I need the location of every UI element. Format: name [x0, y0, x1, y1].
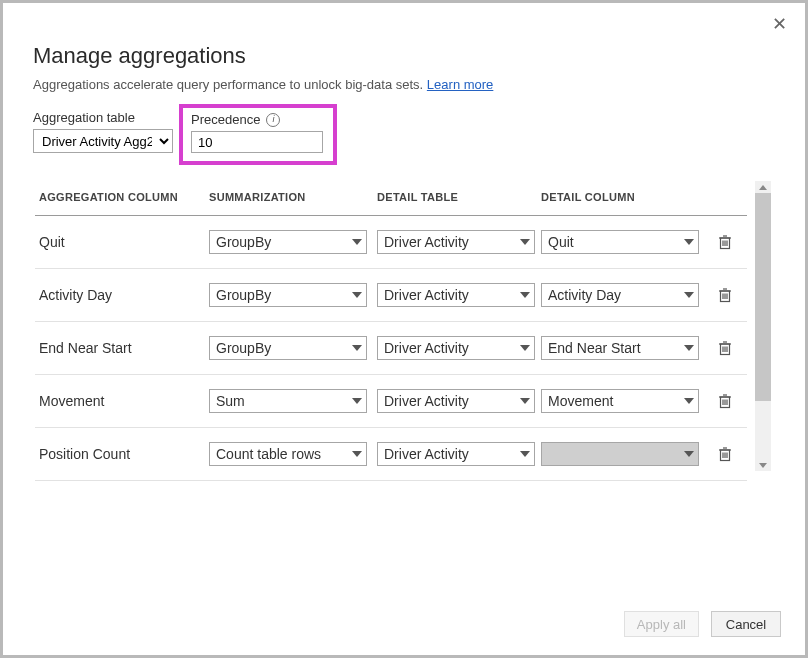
chevron-down-icon — [352, 451, 362, 457]
detail-table-select-value: Driver Activity — [384, 446, 469, 462]
cancel-button[interactable]: Cancel — [711, 611, 781, 637]
top-controls: Aggregation table Driver Activity Agg2 P… — [33, 110, 775, 165]
chevron-down-icon — [684, 239, 694, 245]
detail-table-select[interactable]: Driver Activity — [377, 283, 535, 307]
summarization-select[interactable]: Count table rows — [209, 442, 367, 466]
dialog-content: Manage aggregations Aggregations acceler… — [3, 3, 805, 481]
chevron-down-icon — [684, 398, 694, 404]
detail-column-select[interactable]: End Near Start — [541, 336, 699, 360]
detail-table-select-value: Driver Activity — [384, 393, 469, 409]
grid-header: AGGREGATION COLUMN SUMMARIZATION DETAIL … — [35, 181, 747, 216]
header-detail-table: DETAIL TABLE — [377, 191, 541, 203]
chevron-down-icon — [684, 292, 694, 298]
detail-table-select-value: Driver Activity — [384, 340, 469, 356]
scroll-thumb[interactable] — [755, 193, 771, 401]
delete-row-icon[interactable] — [711, 446, 739, 462]
detail-column-select-value: End Near Start — [548, 340, 641, 356]
summarization-select[interactable]: Sum — [209, 389, 367, 413]
header-summarization: SUMMARIZATION — [209, 191, 377, 203]
precedence-input[interactable] — [191, 131, 323, 153]
aggregation-table-select[interactable]: Driver Activity Agg2 — [33, 129, 173, 153]
subtext-text: Aggregations accelerate query performanc… — [33, 77, 423, 92]
chevron-down-icon — [684, 345, 694, 351]
dialog-frame: ✕ Manage aggregations Aggregations accel… — [0, 0, 808, 658]
detail-column-select-value: Activity Day — [548, 287, 621, 303]
chevron-down-icon — [352, 292, 362, 298]
header-actions — [711, 191, 739, 203]
detail-column-select-value: Quit — [548, 234, 574, 250]
table-row: Position CountCount table rowsDriver Act… — [35, 428, 747, 481]
table-row: End Near StartGroupByDriver ActivityEnd … — [35, 322, 747, 375]
chevron-down-icon — [352, 398, 362, 404]
summarization-select-value: GroupBy — [216, 287, 271, 303]
header-detail-column: DETAIL COLUMN — [541, 191, 711, 203]
summarization-select[interactable]: GroupBy — [209, 283, 367, 307]
summarization-select[interactable]: GroupBy — [209, 230, 367, 254]
table-row: MovementSumDriver ActivityMovement — [35, 375, 747, 428]
chevron-down-icon — [352, 345, 362, 351]
scroll-up-icon[interactable] — [755, 181, 771, 193]
delete-row-icon[interactable] — [711, 393, 739, 409]
aggregation-table-group: Aggregation table Driver Activity Agg2 — [33, 110, 173, 153]
chevron-down-icon — [520, 451, 530, 457]
detail-column-select[interactable]: Quit — [541, 230, 699, 254]
detail-table-select[interactable]: Driver Activity — [377, 230, 535, 254]
chevron-down-icon — [520, 398, 530, 404]
scrollbar[interactable] — [755, 181, 771, 471]
grid-body: QuitGroupByDriver ActivityQuitActivity D… — [35, 216, 747, 481]
detail-column-select-value: Movement — [548, 393, 613, 409]
summarization-select-value: Count table rows — [216, 446, 321, 462]
summarization-select-value: GroupBy — [216, 234, 271, 250]
precedence-group: Precedence i — [179, 104, 337, 165]
precedence-label-row: Precedence i — [191, 112, 323, 127]
detail-table-select[interactable]: Driver Activity — [377, 336, 535, 360]
delete-row-icon[interactable] — [711, 287, 739, 303]
detail-column-select[interactable]: Activity Day — [541, 283, 699, 307]
chevron-down-icon — [352, 239, 362, 245]
dialog-title: Manage aggregations — [33, 43, 775, 69]
close-icon[interactable]: ✕ — [772, 15, 787, 33]
precedence-label: Precedence — [191, 112, 260, 127]
table-row: Activity DayGroupByDriver ActivityActivi… — [35, 269, 747, 322]
header-agg-column: AGGREGATION COLUMN — [39, 191, 209, 203]
chevron-down-icon — [520, 345, 530, 351]
aggregation-column-name: Position Count — [39, 446, 209, 462]
detail-table-select-value: Driver Activity — [384, 287, 469, 303]
detail-table-select[interactable]: Driver Activity — [377, 442, 535, 466]
aggregation-table-label: Aggregation table — [33, 110, 173, 125]
chevron-down-icon — [684, 451, 694, 457]
summarization-select-value: GroupBy — [216, 340, 271, 356]
chevron-down-icon — [520, 239, 530, 245]
summarization-select[interactable]: GroupBy — [209, 336, 367, 360]
aggregation-grid: AGGREGATION COLUMN SUMMARIZATION DETAIL … — [35, 181, 747, 481]
detail-column-select[interactable]: Movement — [541, 389, 699, 413]
chevron-down-icon — [520, 292, 530, 298]
apply-all-button[interactable]: Apply all — [624, 611, 699, 637]
scroll-down-icon[interactable] — [755, 459, 771, 471]
delete-row-icon[interactable] — [711, 340, 739, 356]
learn-more-link[interactable]: Learn more — [427, 77, 493, 92]
dialog-subtext: Aggregations accelerate query performanc… — [33, 77, 775, 92]
dialog-footer: Apply all Cancel — [624, 611, 781, 637]
detail-column-select[interactable] — [541, 442, 699, 466]
aggregation-column-name: Activity Day — [39, 287, 209, 303]
detail-table-select-value: Driver Activity — [384, 234, 469, 250]
aggregation-column-name: Movement — [39, 393, 209, 409]
aggregation-column-name: End Near Start — [39, 340, 209, 356]
aggregation-column-name: Quit — [39, 234, 209, 250]
delete-row-icon[interactable] — [711, 234, 739, 250]
summarization-select-value: Sum — [216, 393, 245, 409]
detail-table-select[interactable]: Driver Activity — [377, 389, 535, 413]
info-icon[interactable]: i — [266, 113, 280, 127]
table-row: QuitGroupByDriver ActivityQuit — [35, 216, 747, 269]
